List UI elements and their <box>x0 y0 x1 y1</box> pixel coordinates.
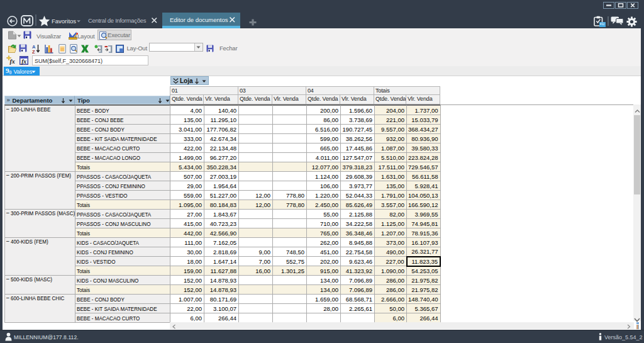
svg-text:Z: Z <box>32 49 35 54</box>
svg-text:fx: fx <box>10 58 15 65</box>
svg-text:fx: fx <box>21 59 26 65</box>
